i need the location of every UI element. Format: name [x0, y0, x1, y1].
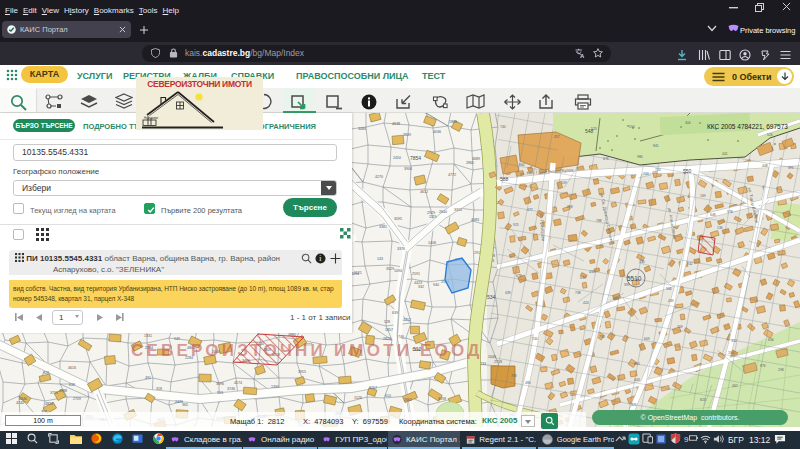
svg-text:724: 724 [643, 172, 649, 176]
svg-text:3746: 3746 [227, 387, 235, 391]
svg-text:2591: 2591 [412, 272, 420, 276]
svg-text:4772: 4772 [448, 173, 456, 177]
svg-text:A: A [580, 53, 585, 58]
svg-text:194: 194 [728, 351, 734, 355]
svg-text:5510: 5510 [627, 275, 642, 282]
svg-text:3381: 3381 [379, 225, 387, 229]
svg-text:1331: 1331 [144, 334, 152, 338]
svg-text:3795: 3795 [50, 391, 58, 395]
svg-text:2661: 2661 [404, 398, 412, 402]
svg-text:2718: 2718 [494, 360, 502, 364]
svg-text:3849: 3849 [403, 133, 411, 137]
svg-text:477: 477 [527, 208, 533, 212]
svg-text:4988: 4988 [59, 389, 67, 393]
svg-text:4174: 4174 [234, 381, 242, 385]
svg-text:925: 925 [513, 223, 519, 227]
svg-text:588: 588 [500, 176, 509, 182]
svg-text:823: 823 [700, 398, 706, 402]
svg-text:553: 553 [217, 391, 223, 395]
svg-text:439: 439 [505, 291, 511, 295]
svg-text:424: 424 [583, 301, 589, 305]
svg-text:2039: 2039 [488, 355, 496, 359]
svg-text:4694: 4694 [351, 272, 359, 276]
svg-text:332: 332 [418, 285, 424, 289]
svg-text:860: 860 [634, 362, 640, 366]
svg-text:742: 742 [687, 262, 693, 266]
svg-text:3376: 3376 [397, 247, 405, 251]
svg-text:985: 985 [613, 297, 619, 301]
svg-text:3095: 3095 [394, 217, 402, 221]
svg-text:3310: 3310 [454, 208, 462, 212]
svg-text:528: 528 [384, 320, 390, 324]
svg-text:491: 491 [145, 376, 151, 380]
svg-text:3529: 3529 [386, 267, 394, 271]
svg-text:730: 730 [599, 335, 605, 339]
svg-text:4612: 4612 [420, 190, 428, 194]
svg-text:4638: 4638 [392, 122, 400, 126]
svg-text:1526: 1526 [354, 396, 362, 400]
svg-text:169: 169 [700, 194, 706, 198]
svg-text:298: 298 [567, 205, 573, 209]
svg-text:4270: 4270 [375, 175, 383, 179]
svg-text:3267: 3267 [369, 386, 377, 390]
svg-text:3955: 3955 [298, 370, 306, 374]
svg-text:321: 321 [631, 403, 637, 407]
svg-text:783: 783 [511, 374, 517, 378]
svg-text:740: 740 [500, 125, 506, 129]
svg-text:550: 550 [683, 168, 692, 174]
svg-text:439: 439 [668, 299, 674, 303]
svg-text:940: 940 [433, 283, 439, 287]
svg-text:i: i [319, 254, 321, 263]
svg-text:4412: 4412 [403, 318, 411, 322]
svg-text:2450: 2450 [393, 156, 401, 160]
svg-text:1866: 1866 [449, 120, 457, 124]
svg-text:306: 306 [685, 121, 691, 125]
svg-text:7854: 7854 [410, 155, 421, 161]
svg-text:1094: 1094 [394, 269, 402, 273]
svg-text:980: 980 [637, 155, 643, 159]
svg-text:744: 744 [532, 337, 538, 341]
svg-text:738: 738 [575, 291, 581, 295]
svg-text:3498: 3498 [438, 397, 446, 401]
svg-text:312: 312 [731, 339, 737, 343]
svg-text:709: 709 [677, 325, 683, 329]
svg-text:548: 548 [585, 128, 594, 134]
svg-text:136: 136 [717, 226, 723, 230]
svg-text:566: 566 [666, 287, 672, 291]
svg-text:443: 443 [634, 378, 640, 382]
svg-text:431: 431 [589, 270, 595, 274]
svg-text:4824: 4824 [45, 402, 53, 406]
svg-text:1119: 1119 [429, 215, 436, 219]
svg-text:636: 636 [768, 338, 774, 342]
svg-text:Недвижими: Недвижими [144, 116, 159, 120]
svg-text:4616: 4616 [68, 366, 76, 370]
svg-text:462: 462 [732, 384, 738, 388]
svg-text:678: 678 [516, 274, 522, 278]
svg-text:3084: 3084 [358, 127, 366, 131]
svg-text:610: 610 [385, 394, 391, 398]
svg-text:526: 526 [767, 133, 773, 137]
svg-text:298: 298 [778, 368, 784, 372]
svg-text:2640: 2640 [439, 210, 447, 214]
svg-text:1408: 1408 [428, 241, 436, 245]
svg-text:457: 457 [554, 135, 560, 139]
svg-text:448: 448 [762, 164, 768, 168]
svg-text:928: 928 [43, 371, 49, 375]
svg-text:СЕВЕРОИЗТОЧНИ ИМОТИ ЕООД: СЕВЕРОИЗТОЧНИ ИМОТИ ЕООД [131, 341, 483, 360]
svg-text:143: 143 [377, 257, 383, 261]
svg-text:639: 639 [392, 311, 398, 315]
svg-text:594: 594 [629, 125, 635, 129]
svg-text:3906: 3906 [404, 167, 412, 171]
svg-text:960: 960 [519, 163, 525, 167]
svg-text:2929: 2929 [427, 211, 435, 215]
svg-text:136: 136 [639, 260, 645, 264]
svg-text:480: 480 [525, 381, 531, 385]
svg-text:2865: 2865 [466, 161, 474, 165]
svg-text:746: 746 [398, 335, 404, 339]
svg-text:2709: 2709 [73, 397, 81, 401]
svg-text:609: 609 [644, 337, 650, 341]
svg-text:4036: 4036 [433, 130, 441, 134]
svg-text:637: 637 [580, 276, 586, 280]
svg-text:1857: 1857 [385, 328, 393, 332]
svg-text:ККС 2005 4784221, 697573: ККС 2005 4784221, 697573 [707, 123, 788, 130]
